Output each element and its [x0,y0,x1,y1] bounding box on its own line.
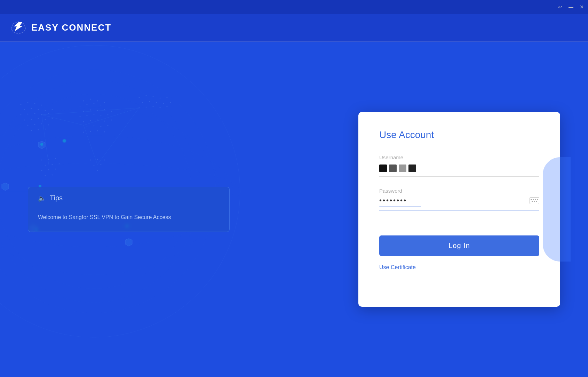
svg-point-48 [52,109,53,110]
logo-icon [10,21,26,35]
svg-point-68 [153,96,154,97]
svg-point-20 [104,109,105,110]
svg-point-36 [83,132,84,133]
svg-point-44 [24,109,25,110]
svg-point-61 [41,123,42,125]
logo: EASY CONNECT [10,21,111,35]
svg-point-12 [104,102,105,103]
main-content: 🔈 Tips Welcome to Sangfor SSL VPN to Gai… [0,42,588,377]
svg-point-77 [146,107,147,108]
svg-point-58 [52,118,53,119]
svg-point-18 [90,110,91,111]
svg-point-43 [41,105,42,106]
svg-point-24 [94,114,95,115]
svg-point-10 [90,99,91,100]
svg-point-79 [160,107,161,108]
header: EASY CONNECT [0,14,588,42]
svg-point-94 [104,160,105,161]
svg-point-91 [52,175,53,176]
svg-point-28 [90,120,91,121]
svg-point-64 [38,129,39,130]
svg-point-13 [80,106,81,107]
password-underline [379,207,421,207]
svg-point-81 [41,160,42,161]
svg-point-105 [63,140,65,142]
svg-point-55 [31,119,32,120]
svg-point-66 [139,97,140,98]
tips-header: 🔈 Tips [38,194,220,207]
decorative-arc [543,157,571,262]
login-button[interactable]: Log In [379,235,539,256]
login-title: Use Account [379,129,539,141]
username-block-2 [389,165,397,172]
login-card: Use Account Username Password ••••••• [358,112,560,307]
svg-line-98 [42,115,84,125]
use-certificate-link[interactable]: Use Certificate [379,264,416,271]
svg-point-11 [97,101,98,102]
svg-point-32 [87,127,88,128]
svg-point-89 [55,169,56,170]
svg-point-29 [97,120,98,121]
svg-point-42 [34,103,35,104]
svg-point-45 [31,108,32,109]
username-block-4 [408,165,416,172]
svg-point-97 [97,170,98,171]
username-display [379,163,539,174]
tips-card: 🔈 Tips Welcome to Sangfor SSL VPN to Gai… [28,187,230,232]
svg-point-84 [45,165,46,166]
svg-point-33 [94,126,95,127]
svg-point-95 [94,165,95,166]
svg-point-30 [104,121,105,122]
svg-point-39 [104,131,105,133]
back-button[interactable]: ↩ [558,5,562,9]
svg-point-96 [101,164,102,165]
password-label: Password [379,188,539,194]
svg-point-38 [97,130,98,131]
svg-point-9 [83,101,84,102]
svg-point-25 [101,115,102,117]
speaker-icon: 🔈 [38,194,46,202]
svg-point-47 [45,110,46,111]
svg-point-74 [163,103,164,104]
svg-point-56 [38,118,39,119]
password-group: Password •••••••• [379,188,539,210]
svg-point-16 [101,105,102,106]
username-block-1 [379,165,387,172]
svg-point-54 [24,120,25,121]
svg-point-83 [55,158,56,159]
svg-point-71 [142,102,143,103]
svg-point-88 [48,169,49,170]
svg-point-19 [97,110,98,111]
svg-line-100 [42,115,49,165]
svg-point-35 [108,125,109,126]
svg-point-57 [45,119,46,120]
minimize-button[interactable]: — [569,5,573,9]
svg-point-23 [87,115,88,116]
svg-point-50 [27,114,29,115]
username-input-wrap[interactable] [379,163,539,177]
svg-point-93 [97,159,98,160]
svg-point-31 [111,120,112,121]
svg-point-60 [34,124,35,125]
username-block-3 [399,165,406,172]
svg-point-70 [167,97,168,98]
svg-point-46 [38,109,39,110]
svg-point-40 [21,104,22,105]
svg-point-63 [31,130,32,131]
titlebar: ↩ — ✕ [0,0,588,14]
username-group: Username [379,154,539,177]
username-label: Username [379,154,539,160]
tips-title: Tips [50,194,63,202]
svg-line-99 [84,108,139,125]
svg-point-92 [90,160,91,161]
svg-point-34 [101,126,102,127]
svg-point-15 [94,103,95,104]
keyboard-icon[interactable] [530,197,539,204]
svg-line-103 [42,108,139,115]
svg-point-86 [59,163,60,165]
password-input-wrap[interactable]: •••••••• [379,196,539,210]
svg-point-72 [149,101,150,102]
svg-point-27 [83,121,84,122]
password-row: •••••••• [379,196,539,204]
close-button[interactable]: ✕ [580,5,584,9]
